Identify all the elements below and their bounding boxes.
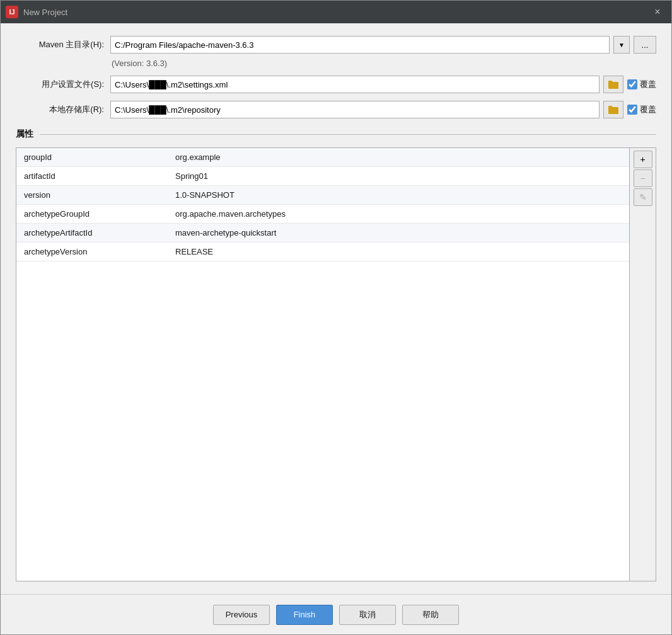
table-row[interactable]: archetypeArtifactId maven-archetype-quic… [16, 224, 629, 243]
properties-table-wrapper: groupId org.example artifactId Spring01 … [16, 147, 656, 581]
repository-browse-button[interactable] [603, 101, 623, 118]
settings-label: 用户设置文件(S): [16, 79, 104, 90]
properties-table: groupId org.example artifactId Spring01 … [16, 148, 629, 581]
properties-area: groupId org.example artifactId Spring01 … [16, 147, 656, 581]
prop-key-archetypegroupid: archetypeGroupId [16, 209, 168, 219]
repository-row: 本地存储库(R): 覆盖 [16, 101, 656, 118]
prop-key-archetypeversion: archetypeVersion [16, 247, 168, 256]
maven-browse-button[interactable]: ... [634, 36, 656, 54]
maven-home-label: Maven 主目录(H): [16, 39, 104, 50]
prop-value-archetypeartifactid: maven-archetype-quickstart [168, 228, 629, 237]
settings-override-label: 覆盖 [627, 79, 656, 90]
repository-input[interactable] [110, 101, 600, 118]
prop-key-artifactid: artifactId [16, 171, 168, 181]
settings-override-text: 覆盖 [640, 79, 656, 90]
maven-home-input[interactable] [110, 36, 610, 54]
section-divider [40, 134, 656, 135]
maven-version-text: (Version: 3.6.3) [112, 59, 656, 68]
dialog-title: New Project [23, 8, 649, 17]
prop-value-archetypeversion: RELEASE [168, 247, 629, 256]
settings-row: 用户设置文件(S): 覆盖 [16, 76, 656, 93]
table-row[interactable]: version 1.0-SNAPSHOT [16, 186, 629, 205]
maven-dropdown-button[interactable]: ▼ [613, 36, 630, 54]
edit-property-button[interactable]: ✎ [634, 188, 652, 206]
repository-override-label: 覆盖 [627, 104, 656, 115]
prop-key-version: version [16, 190, 168, 200]
settings-input[interactable] [110, 76, 600, 93]
prop-value-groupid: org.example [168, 152, 629, 162]
add-property-button[interactable]: + [634, 151, 652, 168]
help-button[interactable]: 帮助 [402, 605, 459, 625]
properties-label: 属性 [16, 129, 33, 140]
close-button[interactable]: × [649, 3, 666, 21]
dialog-content: Maven 主目录(H): ▼ ... (Version: 3.6.3) 用户设… [1, 23, 671, 594]
table-row[interactable]: groupId org.example [16, 148, 629, 167]
repository-override-text: 覆盖 [640, 104, 656, 115]
finish-button[interactable]: Finish [276, 605, 333, 625]
new-project-dialog: IJ New Project × Maven 主目录(H): ▼ ... (Ve… [0, 0, 672, 635]
prop-key-archetypeartifactid: archetypeArtifactId [16, 228, 168, 237]
repository-override-checkbox[interactable] [627, 105, 637, 115]
app-icon: IJ [6, 6, 18, 18]
prop-value-version: 1.0-SNAPSHOT [168, 190, 629, 200]
table-row[interactable]: archetypeGroupId org.apache.maven.archet… [16, 205, 629, 224]
maven-home-input-container: ▼ ... [110, 36, 656, 54]
table-row[interactable]: archetypeVersion RELEASE [16, 243, 629, 261]
settings-input-container: 覆盖 [110, 76, 656, 93]
properties-sidebar: + − ✎ [629, 148, 656, 581]
maven-home-row: Maven 主目录(H): ▼ ... [16, 36, 656, 54]
folder-icon [608, 81, 618, 89]
prop-value-artifactid: Spring01 [168, 171, 629, 181]
cancel-button[interactable]: 取消 [339, 605, 396, 625]
dialog-footer: Previous Finish 取消 帮助 [1, 594, 671, 634]
settings-browse-button[interactable] [603, 76, 623, 93]
previous-button[interactable]: Previous [213, 605, 270, 625]
remove-property-button[interactable]: − [634, 169, 652, 187]
prop-key-groupid: groupId [16, 152, 168, 162]
repository-input-container: 覆盖 [110, 101, 656, 118]
title-bar: IJ New Project × [1, 1, 671, 23]
folder-icon-2 [608, 106, 618, 114]
prop-value-archetypegroupid: org.apache.maven.archetypes [168, 209, 629, 219]
settings-override-checkbox[interactable] [627, 79, 637, 89]
table-row[interactable]: artifactId Spring01 [16, 167, 629, 186]
properties-section-title: 属性 [16, 129, 656, 140]
repository-label: 本地存储库(R): [16, 104, 104, 115]
